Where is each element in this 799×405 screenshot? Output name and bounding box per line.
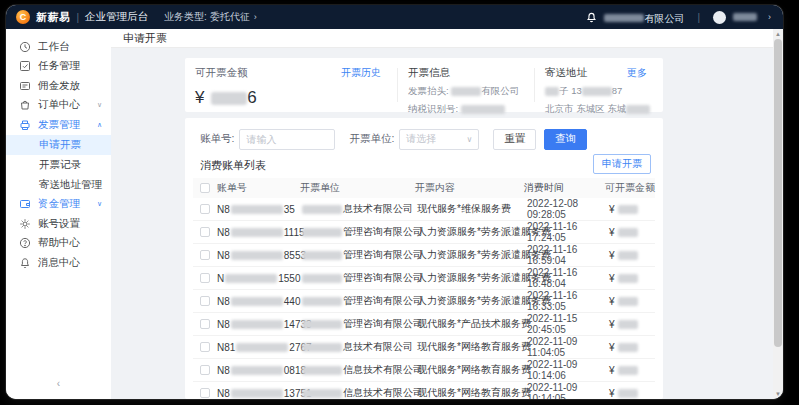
amount-cell: ¥ xyxy=(609,250,655,261)
col-invoice-unit: 开票单位 xyxy=(300,181,415,195)
bill-no-label: 账单号: xyxy=(200,132,234,146)
scrollbar-up-arrow-icon[interactable]: ▲ xyxy=(773,29,783,39)
sidebar-item-commission[interactable]: 佣金发放 xyxy=(6,76,111,96)
sidebar-subitem-address-mgmt[interactable]: 寄送地址管理 xyxy=(6,175,111,195)
scrollbar-down-arrow-icon[interactable]: ▼ xyxy=(773,389,783,399)
row-checkbox[interactable] xyxy=(200,296,210,306)
consume-time-cell: 2022-11-09 11:04:05 xyxy=(527,336,609,358)
bill-no-cell: N81115 xyxy=(217,227,301,238)
invoice-content-cell: 现代服务*产品技术服务费 xyxy=(417,317,527,331)
invoice-unit-cell: 信息技术有限公司 xyxy=(301,363,417,377)
sidebar-collapse-icon[interactable]: ‹ xyxy=(6,378,111,389)
row-checkbox[interactable] xyxy=(200,273,210,283)
invoice-info-title: 开票信息 xyxy=(408,66,450,80)
invoice-unit-label: 开票单位: xyxy=(349,132,394,146)
commission-icon xyxy=(19,80,31,92)
chevron-down-icon: ∨ xyxy=(97,101,102,109)
wallet-icon xyxy=(19,198,31,210)
user-menu-chevron-icon[interactable]: › xyxy=(768,12,771,22)
invoice-content-cell: 人力资源服务*劳务派遣服务费 xyxy=(417,294,527,308)
row-checkbox[interactable] xyxy=(200,250,210,260)
sidebar-item-workbench[interactable]: 工作台 xyxy=(6,37,111,57)
navbar-divider: | xyxy=(77,12,80,23)
table-row: N8440 管理咨询有限公司 人力资源服务*劳务派遣服务费 2022-11-16… xyxy=(193,290,655,313)
sidebar-item-account-settings[interactable]: 账号设置 xyxy=(6,214,111,234)
notification-bell-icon[interactable] xyxy=(586,12,597,23)
table-row: N80818 信息技术有限公司 现代服务*网络教育服务费 2022-11-09 … xyxy=(193,359,655,382)
navbar-divider2: | xyxy=(697,12,700,23)
sidebar-item-orders[interactable]: 订单中心 ∨ xyxy=(6,96,111,116)
vertical-scrollbar[interactable]: ▲ ▼ xyxy=(773,29,783,399)
bill-no-cell: N812767 xyxy=(217,342,301,353)
sidebar-subitem-apply-invoice[interactable]: 申请开票 xyxy=(6,135,111,155)
clock-icon xyxy=(19,41,31,53)
consume-time-cell: 2022-11-09 10:14:05 xyxy=(527,382,609,399)
bill-no-cell: N813751 xyxy=(217,388,301,399)
consume-time-cell: 2022-11-09 10:14:06 xyxy=(527,359,609,381)
chevron-up-icon: ∧ xyxy=(97,121,102,129)
contact-line: 子 1387 xyxy=(545,85,653,98)
business-type-chevron-icon[interactable]: › xyxy=(254,12,257,22)
consume-time-cell: 2022-11-15 20:45:05 xyxy=(527,313,609,335)
page-title: 申请开票 xyxy=(111,31,167,46)
sidebar-subitem-invoice-records[interactable]: 开票记录 xyxy=(6,155,111,175)
page-title-bar: 申请开票 xyxy=(111,29,783,48)
invoice-history-link[interactable]: 开票历史 xyxy=(341,66,381,80)
question-circle-icon xyxy=(19,237,31,249)
sidebar-item-tasks[interactable]: 任务管理 xyxy=(6,57,111,77)
row-checkbox[interactable] xyxy=(200,365,210,375)
table-row: N812767 息技术有限公司 现代服务*网络教育服务费 2022-11-09 … xyxy=(193,336,655,359)
invoice-header-line: 发票抬头: 有限公司 xyxy=(408,85,524,98)
bill-no-input[interactable] xyxy=(239,129,335,150)
row-checkbox[interactable] xyxy=(200,227,210,237)
search-button[interactable]: 查询 xyxy=(544,129,587,150)
sidebar-item-help-center[interactable]: 帮助中心 xyxy=(6,234,111,254)
apply-invoice-button[interactable]: 申请开票 xyxy=(593,154,651,174)
bill-table: 账单号 开票单位 开票内容 消费时间 可开票金额 N835 息技术有限公司 现代… xyxy=(193,178,655,399)
reset-button[interactable]: 重置 xyxy=(493,129,536,150)
user-name-redacted[interactable] xyxy=(733,13,757,21)
company-name-redacted[interactable]: 有限公司 xyxy=(604,8,684,26)
row-checkbox[interactable] xyxy=(200,388,210,398)
invoice-unit-cell: 管理咨询有限公司 xyxy=(301,271,417,285)
brand-logo-icon: C xyxy=(16,10,30,24)
invoiceable-amount-value: ¥ 6 xyxy=(195,88,387,108)
bell-icon xyxy=(19,257,31,269)
bill-no-cell: N835 xyxy=(217,204,301,215)
sidebar-item-funds-mgmt[interactable]: 资金管理 ∨ xyxy=(6,195,111,215)
scrollbar-thumb[interactable] xyxy=(774,39,782,347)
bill-no-cell: N814733 xyxy=(217,319,301,330)
table-header-row: 账单号 开票单位 开票内容 消费时间 可开票金额 xyxy=(193,178,655,198)
sidebar-item-message-center[interactable]: 消息中心 xyxy=(6,253,111,273)
gear-icon xyxy=(19,218,31,230)
business-type-label[interactable]: 业务类型: 委托代征 xyxy=(164,10,250,24)
user-avatar[interactable] xyxy=(713,11,726,24)
invoice-content-cell: 人力资源服务*劳务派遣服务费 xyxy=(417,248,527,262)
more-link[interactable]: 更多 xyxy=(627,66,647,80)
invoice-content-cell: 人力资源服务*劳务派遣服务费 xyxy=(417,225,527,239)
row-checkbox[interactable] xyxy=(200,204,210,214)
invoice-unit-select[interactable]: 请选择 ∨ xyxy=(399,129,479,150)
row-checkbox[interactable] xyxy=(200,342,210,352)
row-checkbox[interactable] xyxy=(200,319,210,329)
summary-card: 可开票金额 开票历史 ¥ 6 开票信息 发票抬头: 有限公司 纳税识别号: 寄送… xyxy=(185,58,663,112)
amount-cell: ¥ xyxy=(609,273,655,284)
sidebar-item-invoice-mgmt[interactable]: 发票管理 ∧ xyxy=(6,115,111,135)
invoice-content-cell: 现代服务*网络教育服务费 xyxy=(417,386,527,399)
col-bill-no: 账单号 xyxy=(217,181,300,195)
bill-no-cell: N88553 xyxy=(217,250,301,261)
invoice-content-cell: 人力资源服务*劳务派遣服务费 xyxy=(417,271,527,285)
consume-time-cell: 2022-11-16 17:24:05 xyxy=(527,221,609,243)
app-title: 企业管理后台 xyxy=(85,10,148,24)
table-row: N1550 管理咨询有限公司 人力资源服务*劳务派遣服务费 2022-11-16… xyxy=(193,267,655,290)
address-line: 北京市 东城区 东城 xyxy=(545,103,653,116)
table-row: N814733 管理咨询有限公司 现代服务*产品技术服务费 2022-11-15… xyxy=(193,313,655,336)
order-bag-icon xyxy=(19,99,31,111)
brand-name: 新薪易 xyxy=(36,10,71,25)
select-all-checkbox[interactable] xyxy=(200,183,210,193)
consume-time-cell: 2022-11-16 16:48:04 xyxy=(527,267,609,289)
task-icon xyxy=(19,60,31,72)
table-body: N835 息技术有限公司 现代服务*维保服务费 2022-12-08 09:28… xyxy=(193,198,655,399)
table-row: N81115 管理咨询有限公司 人力资源服务*劳务派遣服务费 2022-11-1… xyxy=(193,221,655,244)
app-window: C 新薪易 | 企业管理后台 业务类型: 委托代征 › 有限公司 | › 工作台… xyxy=(6,5,783,399)
